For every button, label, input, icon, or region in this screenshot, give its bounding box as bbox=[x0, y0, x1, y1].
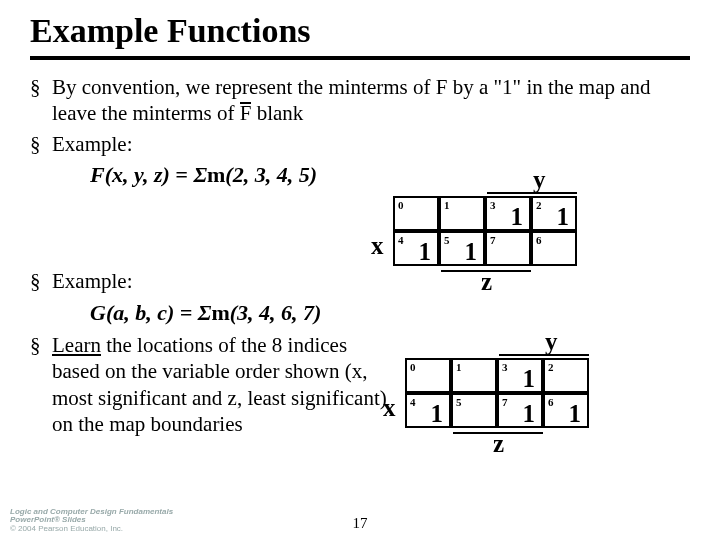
cell-idx: 5 bbox=[444, 234, 450, 246]
kmap-g-cell-5: 5 bbox=[451, 393, 497, 428]
kmap-f-cell-3: 31 bbox=[485, 196, 531, 231]
kmap-f-cell-4: 41 bbox=[393, 231, 439, 266]
kmap-g-y-label: y bbox=[545, 328, 558, 356]
bullet-1: § By convention, we represent the minter… bbox=[30, 74, 690, 127]
kmap-g-cell-4: 41 bbox=[405, 393, 451, 428]
cell-val: 1 bbox=[557, 203, 570, 231]
bullet-list: § By convention, we represent the minter… bbox=[30, 74, 690, 437]
cell-val: 1 bbox=[523, 400, 536, 428]
kmap-g-cell-2: 2 bbox=[543, 358, 589, 393]
kmap-g-cell-3: 31 bbox=[497, 358, 543, 393]
bullet-mark: § bbox=[30, 74, 52, 127]
formula-f: F(x, y, z) = Σm(2, 3, 4, 5) bbox=[90, 161, 690, 189]
kmap-g-cell-1: 1 bbox=[451, 358, 497, 393]
kmap-g-cell-7: 71 bbox=[497, 393, 543, 428]
bullet-mark: § bbox=[30, 131, 52, 157]
kmap-f-cell-2: 21 bbox=[531, 196, 577, 231]
formula-f-lhs: F(x, y, z) = bbox=[90, 162, 193, 187]
kmap-f: y x 0 1 31 21 41 51 7 6 z bbox=[393, 196, 577, 266]
footer: Logic and Computer Design Fundamentals P… bbox=[10, 508, 173, 534]
kmap-g: y x 0 1 31 2 41 5 71 61 z bbox=[405, 358, 589, 428]
bullet-2: § Example: bbox=[30, 131, 690, 157]
cell-idx: 0 bbox=[398, 199, 404, 211]
kmap-f-y-label: y bbox=[533, 166, 546, 194]
cell-idx: 1 bbox=[456, 361, 462, 373]
bullet-mark: § bbox=[30, 268, 52, 294]
cell-idx: 4 bbox=[410, 396, 416, 408]
formula-g-args: (3, 4, 6, 7) bbox=[230, 300, 322, 325]
bullet-4: § Learn the locations of the 8 indices b… bbox=[30, 332, 400, 437]
formula-g-m: m bbox=[211, 300, 229, 325]
footer-line-3: © 2004 Pearson Education, Inc. bbox=[10, 525, 173, 534]
cell-idx: 7 bbox=[502, 396, 508, 408]
cell-val: 1 bbox=[523, 365, 536, 393]
bullet-4-rest: the locations of the 8 indices based on … bbox=[52, 333, 387, 436]
kmap-g-x-label: x bbox=[383, 394, 396, 422]
page-number: 17 bbox=[353, 515, 368, 532]
formula-g-lhs: G(a, b, c) = bbox=[90, 300, 198, 325]
cell-val: 1 bbox=[569, 400, 582, 428]
cell-val: 1 bbox=[419, 238, 432, 266]
sigma-symbol: Σ bbox=[198, 300, 212, 325]
kmap-f-x-label: x bbox=[371, 232, 384, 260]
kmap-g-z-label: z bbox=[493, 430, 504, 458]
kmap-f-cell-6: 6 bbox=[531, 231, 577, 266]
cell-idx: 4 bbox=[398, 234, 404, 246]
bullet-4-text: Learn the locations of the 8 indices bas… bbox=[52, 332, 400, 437]
f-bar: F bbox=[240, 102, 252, 123]
cell-idx: 2 bbox=[536, 199, 542, 211]
bullet-3: § Example: bbox=[30, 268, 690, 294]
bullet-1-text-b: blank bbox=[251, 101, 303, 125]
cell-idx: 1 bbox=[444, 199, 450, 211]
bullet-4-learn: Learn bbox=[52, 333, 101, 357]
cell-idx: 2 bbox=[548, 361, 554, 373]
bullet-1-text: By convention, we represent the minterms… bbox=[52, 74, 690, 127]
bullet-3-text: Example: bbox=[52, 268, 690, 294]
title-rule bbox=[30, 56, 690, 60]
kmap-g-grid: 0 1 31 2 41 5 71 61 bbox=[405, 358, 589, 428]
kmap-f-cell-5: 51 bbox=[439, 231, 485, 266]
bullet-mark: § bbox=[30, 332, 52, 437]
bullet-2-text: Example: bbox=[52, 131, 690, 157]
kmap-f-cell-0: 0 bbox=[393, 196, 439, 231]
kmap-g-cell-0: 0 bbox=[405, 358, 451, 393]
formula-f-args: (2, 3, 4, 5) bbox=[225, 162, 317, 187]
sigma-symbol: Σ bbox=[193, 162, 207, 187]
cell-idx: 0 bbox=[410, 361, 416, 373]
cell-idx: 7 bbox=[490, 234, 496, 246]
cell-idx: 3 bbox=[490, 199, 496, 211]
kmap-f-grid: 0 1 31 21 41 51 7 6 bbox=[393, 196, 577, 266]
bullet-1-text-a: By convention, we represent the minterms… bbox=[52, 75, 651, 125]
slide-title: Example Functions bbox=[30, 12, 690, 50]
cell-idx: 6 bbox=[548, 396, 554, 408]
kmap-f-cell-7: 7 bbox=[485, 231, 531, 266]
kmap-f-z-label: z bbox=[481, 268, 492, 296]
cell-val: 1 bbox=[465, 238, 478, 266]
kmap-g-cell-6: 61 bbox=[543, 393, 589, 428]
formula-f-m: m bbox=[207, 162, 225, 187]
cell-idx: 6 bbox=[536, 234, 542, 246]
kmap-f-cell-1: 1 bbox=[439, 196, 485, 231]
cell-idx: 3 bbox=[502, 361, 508, 373]
cell-idx: 5 bbox=[456, 396, 462, 408]
formula-g: G(a, b, c) = Σm(3, 4, 6, 7) bbox=[90, 299, 690, 327]
cell-val: 1 bbox=[511, 203, 524, 231]
cell-val: 1 bbox=[431, 400, 444, 428]
